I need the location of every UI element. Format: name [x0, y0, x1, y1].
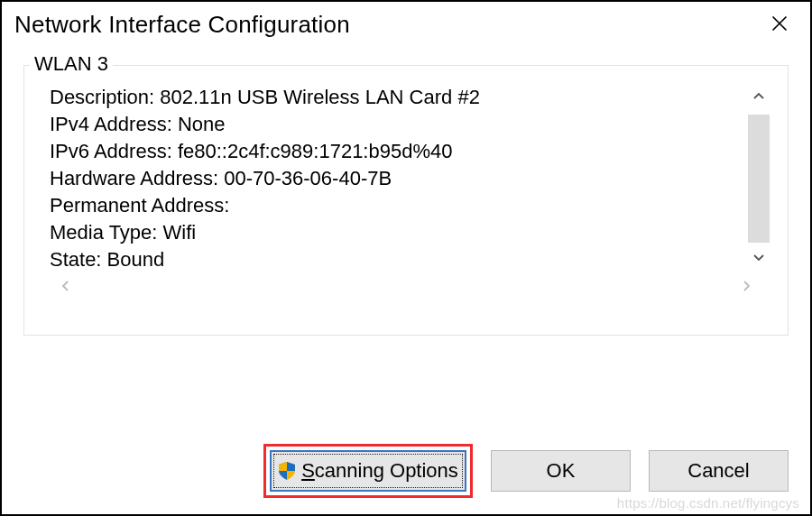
titlebar: Network Interface Configuration	[2, 2, 810, 47]
shield-icon	[278, 461, 296, 481]
vertical-scrollbar[interactable]	[746, 84, 771, 273]
ipv4-row: IPv4 Address: None	[50, 111, 741, 138]
scanning-options-button[interactable]: Scanning Options	[270, 450, 466, 492]
group-legend: WLAN 3	[30, 52, 113, 76]
content-area: WLAN 3 Description: 802.11n USB Wireless…	[2, 47, 810, 444]
state-row: State: Bound	[50, 246, 741, 273]
chevron-right-icon[interactable]	[739, 277, 753, 298]
interface-group: WLAN 3 Description: 802.11n USB Wireless…	[23, 65, 789, 336]
button-row: Scanning Options OK Cancel	[2, 444, 810, 514]
horizontal-scrollbar[interactable]	[41, 273, 771, 300]
chevron-left-icon[interactable]	[59, 277, 73, 298]
media-row: Media Type: Wifi	[50, 219, 741, 246]
hw-row: Hardware Address: 00-70-36-06-40-7B	[50, 165, 741, 192]
window-title: Network Interface Configuration	[14, 11, 350, 39]
chevron-up-icon[interactable]	[752, 84, 766, 113]
description-row: Description: 802.11n USB Wireless LAN Ca…	[50, 84, 741, 111]
highlight-box: Scanning Options	[263, 444, 473, 498]
cancel-label: Cancel	[687, 459, 749, 483]
ipv6-row: IPv6 Address: fe80::2c4f:c989:1721:b95d%…	[50, 138, 741, 165]
cancel-button[interactable]: Cancel	[649, 450, 789, 492]
details-text: Description: 802.11n USB Wireless LAN Ca…	[41, 84, 741, 273]
details-panel: Description: 802.11n USB Wireless LAN Ca…	[41, 84, 771, 273]
scrollbar-track[interactable]	[748, 115, 770, 243]
chevron-down-icon[interactable]	[752, 244, 766, 273]
scanning-options-label: Scanning Options	[301, 459, 458, 483]
close-icon[interactable]	[761, 13, 798, 36]
ok-label: OK	[547, 459, 576, 483]
dialog-window: Network Interface Configuration WLAN 3 D…	[0, 0, 812, 516]
perm-row: Permanent Address:	[50, 192, 741, 219]
ok-button[interactable]: OK	[491, 450, 631, 492]
